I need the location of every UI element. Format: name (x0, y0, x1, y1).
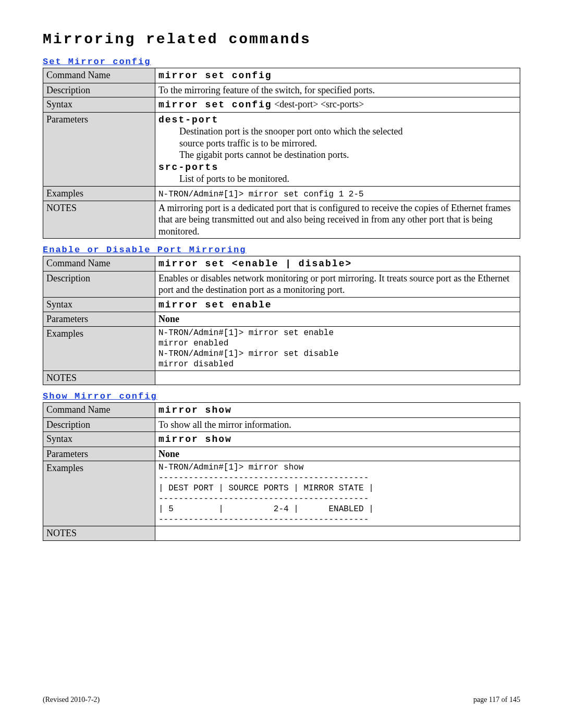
cell-label: Description (43, 417, 155, 432)
example-line: ----------------------------------------… (158, 514, 517, 525)
command-name-text: mirror show (158, 405, 232, 415)
table-row: Description To the mirroring feature of … (43, 83, 520, 97)
section-heading-enable-disable: Enable or Disable Port Mirroring (43, 245, 520, 255)
example-line: N-TRON/Admin#[1]> mirror show (158, 462, 517, 473)
table-row: Description Enables or disables network … (43, 271, 520, 297)
syntax-rest: <dest-port> <src-ports> (272, 99, 364, 109)
param-none: None (158, 449, 179, 459)
cell-label: Parameters (43, 112, 155, 186)
example-line: ----------------------------------------… (158, 493, 517, 504)
cell-value: mirror set config (155, 68, 520, 83)
param-line: List of ports to be monitored. (179, 173, 517, 185)
cell-label: Syntax (43, 297, 155, 312)
table-show-mirror-config: Command Name mirror show Description To … (43, 402, 520, 541)
table-row: NOTES (43, 526, 520, 541)
cell-value: mirror set config <dest-port> <src-ports… (155, 97, 520, 113)
cell-label: Description (43, 271, 155, 297)
param-line: Destination port is the snooper port ont… (179, 126, 517, 138)
page-content: Mirroring related commands Set Mirror co… (0, 0, 563, 541)
example-line: | DEST PORT | SOURCE PORTS | MIRROR STAT… (158, 483, 517, 493)
cell-value: N-TRON/Admin#[1]> mirror set enable mirr… (155, 326, 520, 371)
example-line: N-TRON/Admin#[1]> mirror set enable (158, 328, 517, 338)
table-row: Command Name mirror set config (43, 68, 520, 83)
cell-value: None (155, 447, 520, 461)
cell-value: N-TRON/Admin#[1]> mirror show ----------… (155, 461, 520, 526)
command-name-text: mirror set <enable | disable> (158, 258, 352, 269)
table-row: Examples N-TRON/Admin#[1]> mirror show -… (43, 461, 520, 526)
table-set-mirror-config: Command Name mirror set config Descripti… (43, 68, 520, 239)
cell-value: mirror show (155, 403, 520, 418)
cell-label: Syntax (43, 432, 155, 447)
syntax-bold: mirror set config (158, 100, 272, 110)
cell-value: dest-port Destination port is the snoope… (155, 112, 520, 186)
cell-value (155, 371, 520, 385)
table-row: Command Name mirror set <enable | disabl… (43, 256, 520, 272)
example-text: N-TRON/Admin#[1]> mirror set config 1 2-… (158, 190, 364, 199)
cell-label: Parameters (43, 312, 155, 327)
table-row: Parameters dest-port Destination port is… (43, 112, 520, 186)
table-row: Parameters None (43, 312, 520, 327)
example-line: | 5 | 2-4 | ENABLED | (158, 504, 517, 514)
table-row: Description To show all the mirror infor… (43, 417, 520, 432)
param-none: None (158, 314, 179, 324)
table-row: Syntax mirror set config <dest-port> <sr… (43, 97, 520, 113)
param-name: src-ports (158, 162, 218, 172)
param-name: dest-port (158, 115, 218, 125)
syntax-text: mirror set enable (158, 300, 272, 310)
param-line: The gigabit ports cannot be destination … (179, 149, 517, 161)
page-title: Mirroring related commands (43, 31, 520, 47)
example-line: ----------------------------------------… (158, 473, 517, 483)
cell-value: mirror set enable (155, 297, 520, 312)
command-name-text: mirror set config (158, 70, 272, 81)
example-line: mirror enabled (158, 338, 517, 349)
cell-label: Description (43, 83, 155, 97)
cell-value: mirror set <enable | disable> (155, 256, 520, 272)
cell-label: NOTES (43, 371, 155, 385)
table-row: Examples N-TRON/Admin#[1]> mirror set en… (43, 326, 520, 371)
example-line: N-TRON/Admin#[1]> mirror set disable (158, 349, 517, 359)
footer-page-number: page 117 of 145 (473, 696, 520, 704)
table-row: NOTES A mirroring port is a dedicated po… (43, 201, 520, 239)
section-heading-show-mirror-config: Show Mirror config (43, 391, 520, 401)
cell-label: Syntax (43, 97, 155, 113)
cell-label: Command Name (43, 403, 155, 418)
table-enable-disable: Command Name mirror set <enable | disabl… (43, 256, 520, 385)
cell-label: Examples (43, 461, 155, 526)
cell-value: Enables or disables network monitoring o… (155, 271, 520, 297)
cell-label: Parameters (43, 447, 155, 461)
section-heading-set-mirror-config: Set Mirror config (43, 57, 520, 67)
cell-label: Command Name (43, 256, 155, 272)
cell-label: Examples (43, 326, 155, 371)
table-row: Examples N-TRON/Admin#[1]> mirror set co… (43, 186, 520, 201)
table-row: Syntax mirror set enable (43, 297, 520, 312)
cell-value: N-TRON/Admin#[1]> mirror set config 1 2-… (155, 186, 520, 201)
cell-label: NOTES (43, 201, 155, 239)
param-line: source ports traffic is to be mirrored. (179, 138, 517, 150)
cell-value: To the mirroring feature of the switch, … (155, 83, 520, 97)
example-line: mirror disabled (158, 359, 517, 369)
cell-value: To show all the mirror information. (155, 417, 520, 432)
table-row: Syntax mirror show (43, 432, 520, 447)
cell-value: None (155, 312, 520, 327)
table-row: Command Name mirror show (43, 403, 520, 418)
table-row: Parameters None (43, 447, 520, 461)
cell-label: NOTES (43, 526, 155, 541)
cell-label: Command Name (43, 68, 155, 83)
syntax-text: mirror show (158, 434, 232, 445)
cell-value: mirror show (155, 432, 520, 447)
cell-label: Examples (43, 186, 155, 201)
footer-revised: (Revised 2010-7-2) (43, 696, 100, 704)
page-footer: (Revised 2010-7-2) page 117 of 145 (43, 696, 520, 704)
cell-value (155, 526, 520, 541)
table-row: NOTES (43, 371, 520, 385)
cell-value: A mirroring port is a dedicated port tha… (155, 201, 520, 239)
